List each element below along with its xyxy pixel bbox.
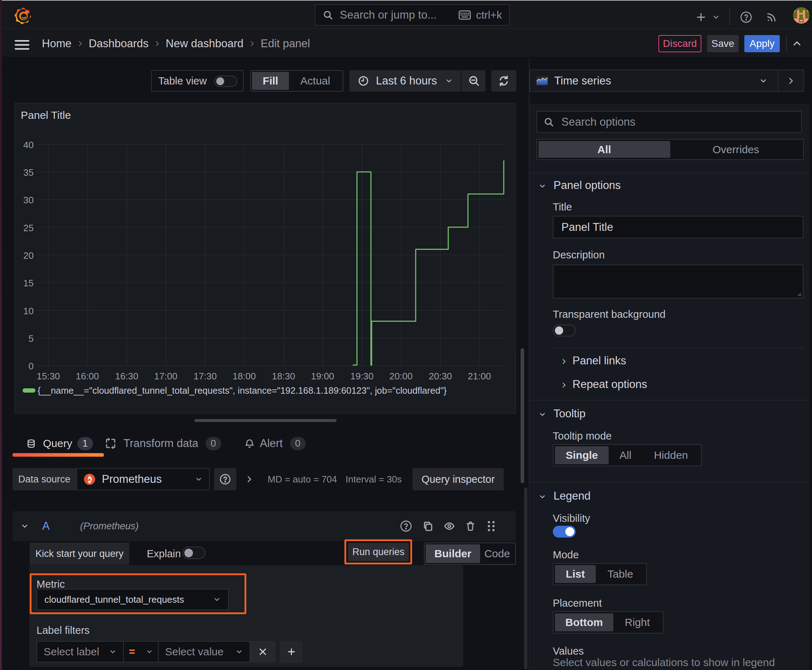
svg-text:5: 5 [29,333,34,344]
svg-text:16:00: 16:00 [76,371,99,382]
svg-text:20:30: 20:30 [429,371,452,382]
svg-text:18:30: 18:30 [272,371,295,382]
svg-text:25: 25 [23,223,34,233]
svg-text:16:30: 16:30 [115,371,138,382]
svg-text:20: 20 [23,250,34,261]
svg-text:19:30: 19:30 [350,371,373,382]
svg-text:18:00: 18:00 [232,371,256,382]
svg-text:30: 30 [23,195,34,205]
svg-text:19:00: 19:00 [311,371,334,382]
svg-text:17:00: 17:00 [154,371,177,382]
svg-text:15: 15 [23,278,34,288]
svg-text:35: 35 [23,167,34,178]
svg-text:21:00: 21:00 [468,371,491,382]
svg-text:{__name__="cloudflared_tunnel_: {__name__="cloudflared_tunnel_total_requ… [37,386,447,396]
svg-text:10: 10 [23,306,34,316]
svg-text:0: 0 [29,361,34,372]
svg-text:17:30: 17:30 [193,371,217,382]
svg-text:40: 40 [23,140,34,150]
svg-text:20:00: 20:00 [389,371,412,382]
svg-text:15:30: 15:30 [37,371,60,382]
